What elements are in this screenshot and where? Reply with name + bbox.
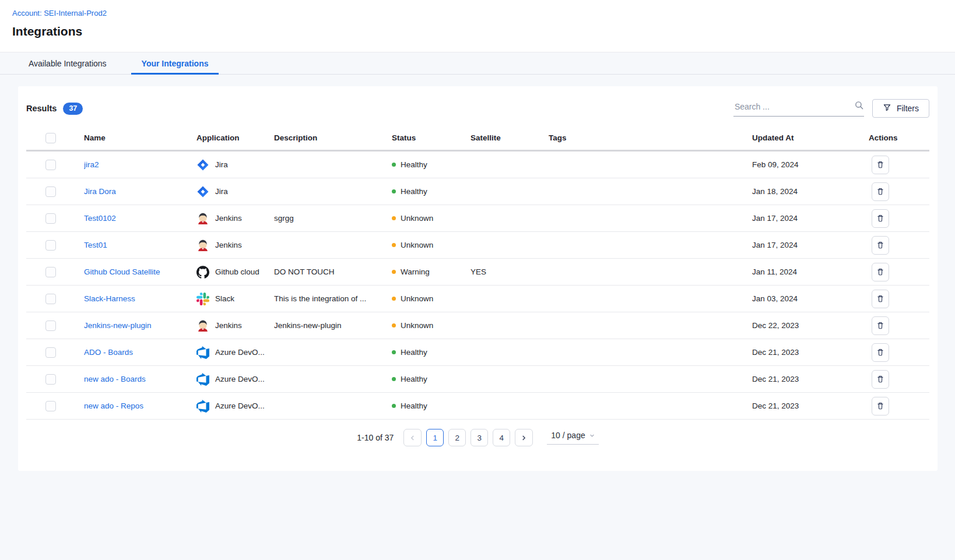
updated-at-value: Dec 21, 2023 xyxy=(752,375,869,383)
chevron-left-icon xyxy=(409,435,416,441)
status-dot xyxy=(392,243,396,247)
trash-icon xyxy=(876,321,884,330)
table-header-row: Name Application Description Status Sate… xyxy=(26,126,929,152)
row-checkbox[interactable] xyxy=(45,160,56,170)
status-label: Unknown xyxy=(401,214,433,223)
select-all-checkbox[interactable] xyxy=(45,133,56,143)
column-header-tags: Tags xyxy=(549,133,752,142)
application-label: Jenkins xyxy=(215,241,242,249)
toolbar: Results 37 Filters xyxy=(26,97,929,120)
page-button-4[interactable]: 4 xyxy=(493,429,510,446)
integration-name-link[interactable]: new ado - Repos xyxy=(84,401,143,410)
integration-name-link[interactable]: Jenkins-new-plugin xyxy=(84,321,152,330)
status-dot xyxy=(392,216,396,220)
pagination-range: 1-10 of 37 xyxy=(357,433,394,442)
page-title: Integrations xyxy=(12,24,955,38)
satellite-value: YES xyxy=(471,267,549,276)
application-label: Azure DevO... xyxy=(215,401,265,410)
delete-button[interactable] xyxy=(872,370,889,389)
status-label: Healthy xyxy=(401,375,427,383)
row-checkbox[interactable] xyxy=(45,186,56,197)
delete-button[interactable] xyxy=(872,316,889,335)
status-label: Healthy xyxy=(401,160,427,169)
updated-at-value: Dec 21, 2023 xyxy=(752,401,869,410)
azuredevops-icon xyxy=(196,400,209,413)
tab-available-integrations[interactable]: Available Integrations xyxy=(18,52,117,74)
page-button-3[interactable]: 3 xyxy=(471,429,488,446)
integration-name-link[interactable]: Test0102 xyxy=(84,214,116,223)
status-label: Healthy xyxy=(401,187,427,196)
row-checkbox[interactable] xyxy=(45,401,56,411)
application-label: Jenkins xyxy=(215,214,242,223)
row-checkbox[interactable] xyxy=(45,320,56,331)
table-row: Test01 Jenkins Unknown Jan 17, 2024 xyxy=(26,232,929,259)
integrations-panel: Results 37 Filters Name Application Desc… xyxy=(18,86,938,471)
table-row: ADO - Boards Azure DevO... Healthy Dec 2… xyxy=(26,339,929,366)
trash-icon xyxy=(876,214,884,223)
updated-at-value: Jan 17, 2024 xyxy=(752,214,869,223)
column-header-satellite: Satellite xyxy=(471,133,549,142)
prev-page-button[interactable] xyxy=(403,429,422,446)
trash-icon xyxy=(876,241,884,249)
description-text: DO NOT TOUCH xyxy=(274,267,392,276)
search-box xyxy=(733,100,864,117)
table-row: Jenkins-new-plugin Jenkins Jenkins-new-p… xyxy=(26,312,929,339)
jira-icon xyxy=(196,185,209,198)
column-header-application: Application xyxy=(196,133,274,142)
results-summary: Results 37 xyxy=(26,103,83,115)
row-checkbox[interactable] xyxy=(45,267,56,277)
delete-button[interactable] xyxy=(872,397,889,415)
application-label: Jira xyxy=(215,160,228,169)
integration-name-link[interactable]: Test01 xyxy=(84,241,107,249)
application-label: Slack xyxy=(215,294,234,303)
status-dot xyxy=(392,323,396,327)
page-button-1[interactable]: 1 xyxy=(426,429,444,446)
updated-at-value: Jan 03, 2024 xyxy=(752,294,869,303)
delete-button[interactable] xyxy=(872,236,889,255)
tab-your-integrations[interactable]: Your Integrations xyxy=(131,52,219,74)
trash-icon xyxy=(876,187,884,196)
delete-button[interactable] xyxy=(872,182,889,201)
delete-button[interactable] xyxy=(872,290,889,308)
delete-button[interactable] xyxy=(872,209,889,228)
table-row: jira2 Jira Healthy Feb 09, 2024 xyxy=(26,152,929,178)
integration-name-link[interactable]: ADO - Boards xyxy=(84,348,133,357)
application-label: Azure DevO... xyxy=(215,348,265,357)
page-button-2[interactable]: 2 xyxy=(448,429,466,446)
description-text: Jenkins-new-plugin xyxy=(274,321,392,330)
table-row: Test0102 Jenkins sgrgg Unknown Jan 17, 2… xyxy=(26,205,929,232)
application-label: Jenkins xyxy=(215,321,242,330)
delete-button[interactable] xyxy=(872,263,889,281)
table-row: Jira Dora Jira Healthy Jan 18, 2024 xyxy=(26,178,929,205)
status-label: Warning xyxy=(401,267,430,276)
filters-button[interactable]: Filters xyxy=(872,99,929,118)
status-dot xyxy=(392,189,396,193)
search-input[interactable] xyxy=(733,101,854,112)
updated-at-value: Jan 17, 2024 xyxy=(752,241,869,249)
status-label: Healthy xyxy=(401,348,427,357)
integration-name-link[interactable]: new ado - Boards xyxy=(84,375,146,383)
column-header-description: Description xyxy=(274,133,392,142)
account-link[interactable]: Account: SEI-Internal-Prod2 xyxy=(12,9,107,17)
updated-at-value: Dec 22, 2023 xyxy=(752,321,869,330)
status-label: Unknown xyxy=(401,321,433,330)
filter-funnel-icon xyxy=(883,103,891,114)
chevron-right-icon xyxy=(521,435,527,441)
row-checkbox[interactable] xyxy=(45,347,56,358)
row-checkbox[interactable] xyxy=(45,294,56,304)
integration-name-link[interactable]: Github Cloud Satellite xyxy=(84,267,160,276)
trash-icon xyxy=(876,348,884,357)
integration-name-link[interactable]: Slack-Harness xyxy=(84,294,135,303)
row-checkbox[interactable] xyxy=(45,240,56,251)
status-dot xyxy=(392,270,396,274)
row-checkbox[interactable] xyxy=(45,213,56,224)
integration-name-link[interactable]: Jira Dora xyxy=(84,187,116,196)
jenkins-icon xyxy=(196,212,209,225)
integration-name-link[interactable]: jira2 xyxy=(84,160,99,169)
delete-button[interactable] xyxy=(872,156,889,174)
row-checkbox[interactable] xyxy=(45,374,56,385)
next-page-button[interactable] xyxy=(515,429,533,446)
delete-button[interactable] xyxy=(872,343,889,362)
trash-icon xyxy=(876,375,884,383)
page-size-select[interactable]: 10 / page xyxy=(547,431,598,445)
